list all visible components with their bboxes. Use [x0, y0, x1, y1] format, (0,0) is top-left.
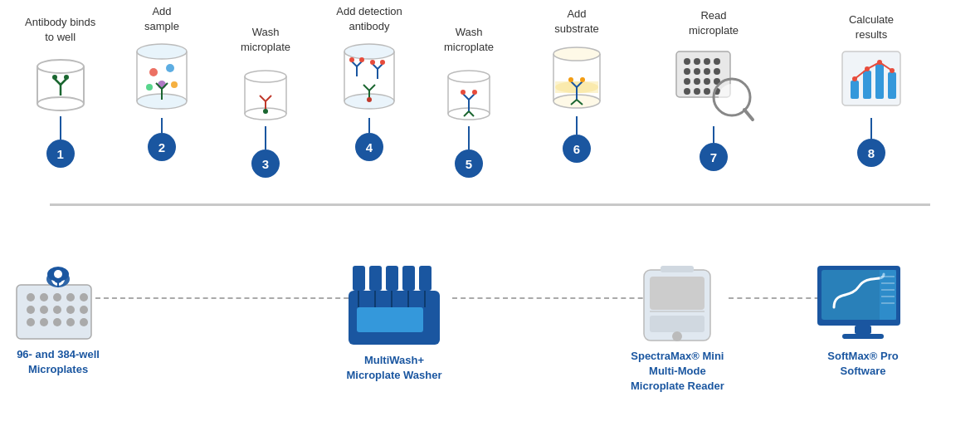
svg-line-34 — [352, 61, 357, 66]
svg-point-9 — [137, 44, 187, 59]
svg-point-37 — [359, 57, 364, 62]
step-6-circle: 6 — [563, 135, 591, 163]
step-2: Addsample 2 — [129, 4, 195, 161]
svg-point-108 — [53, 306, 61, 314]
svg-point-77 — [694, 68, 700, 75]
svg-point-84 — [684, 88, 690, 95]
svg-point-21 — [245, 71, 286, 82]
svg-point-98 — [877, 60, 882, 65]
svg-point-122 — [54, 270, 62, 278]
diagram-container: Antibody bindsto well 1 Addsample — [0, 0, 980, 446]
step-1-icon — [32, 50, 90, 116]
svg-point-97 — [865, 66, 870, 71]
svg-point-89 — [719, 84, 745, 110]
step-5: Washmicroplate 5 — [440, 25, 498, 178]
step-8-icon — [838, 47, 904, 118]
svg-point-55 — [472, 90, 477, 95]
svg-point-42 — [380, 60, 385, 65]
step-3-label: Washmicroplate — [241, 25, 290, 55]
step-1: Antibody bindsto well 1 — [25, 15, 95, 168]
svg-point-80 — [684, 78, 690, 85]
step-3-circle: 3 — [251, 149, 280, 178]
svg-point-72 — [684, 58, 690, 65]
svg-rect-95 — [888, 72, 896, 99]
svg-point-115 — [80, 318, 88, 326]
svg-point-139 — [672, 331, 682, 341]
svg-point-82 — [704, 78, 710, 85]
svg-line-27 — [266, 96, 271, 101]
svg-point-105 — [80, 293, 88, 301]
step-4: Add detectionantibody 4 — [336, 4, 402, 161]
product-microplates: 96- and 384-wellMicroplates — [12, 264, 104, 377]
svg-point-96 — [852, 76, 857, 81]
svg-point-111 — [27, 318, 35, 326]
svg-line-56 — [464, 111, 469, 116]
svg-point-101 — [27, 293, 35, 301]
step-1-circle: 1 — [46, 140, 75, 168]
multiwash-label: MultiWash+Microplate Washer — [346, 353, 441, 383]
multiwash-icon — [344, 262, 444, 353]
svg-rect-151 — [842, 334, 884, 339]
step-2-icon — [129, 39, 195, 118]
step-6: Addsubstrate 6 — [544, 7, 610, 163]
svg-rect-93 — [863, 71, 871, 99]
svg-point-7 — [52, 75, 57, 80]
svg-point-15 — [158, 81, 166, 89]
step-1-label: Antibody bindsto well — [25, 15, 95, 45]
softmax-icon — [813, 262, 913, 349]
svg-point-17 — [171, 81, 178, 88]
svg-rect-130 — [357, 307, 423, 332]
svg-point-78 — [704, 68, 710, 75]
svg-point-41 — [370, 60, 375, 65]
svg-rect-124 — [353, 266, 365, 291]
product-spectramax: SpectraMax® MiniMulti-ModeMicroplate Rea… — [631, 262, 724, 395]
svg-line-35 — [357, 61, 362, 66]
microplates-label: 96- and 384-wellMicroplates — [17, 347, 100, 377]
dashed-line-2 — [452, 297, 660, 299]
svg-rect-144 — [880, 270, 896, 320]
svg-rect-128 — [419, 266, 431, 291]
step-5-icon — [440, 60, 498, 126]
softmax-label: SoftMax® ProSoftware — [827, 349, 898, 379]
svg-point-47 — [448, 71, 490, 82]
step-2-circle: 2 — [148, 133, 176, 161]
step-2-label: Addsample — [144, 4, 179, 34]
step-7: Readmicroplate 7 — [672, 8, 755, 171]
step-4-circle: 4 — [355, 133, 383, 161]
step-7-circle: 7 — [700, 143, 728, 171]
svg-point-112 — [40, 318, 48, 326]
svg-point-28 — [263, 109, 268, 114]
spectramax-label: SpectraMax® MiniMulti-ModeMicroplate Rea… — [631, 349, 724, 395]
svg-rect-125 — [369, 266, 382, 291]
svg-point-114 — [66, 318, 75, 326]
svg-rect-141 — [661, 266, 694, 272]
svg-point-79 — [714, 68, 720, 75]
svg-rect-127 — [402, 266, 415, 291]
svg-rect-150 — [855, 326, 871, 334]
timeline-line — [50, 203, 930, 206]
step-8-circle: 8 — [857, 139, 885, 167]
step-2-connector-up — [161, 118, 163, 133]
svg-point-16 — [146, 84, 153, 91]
svg-rect-92 — [851, 81, 859, 99]
svg-point-109 — [66, 306, 75, 314]
svg-point-36 — [349, 57, 354, 62]
product-multiwash: MultiWash+Microplate Washer — [344, 262, 444, 383]
step-5-circle: 5 — [455, 149, 483, 178]
step-6-label: Addsubstrate — [554, 7, 598, 37]
svg-rect-138 — [650, 316, 705, 332]
svg-point-3 — [37, 97, 84, 110]
svg-point-86 — [704, 88, 710, 95]
svg-point-46 — [367, 97, 372, 102]
step-7-connector-up — [713, 126, 714, 143]
step-7-label: Readmicroplate — [689, 8, 739, 38]
svg-point-14 — [166, 64, 174, 72]
svg-line-57 — [469, 111, 474, 116]
step-4-connector-up — [368, 118, 370, 133]
svg-line-5 — [55, 79, 61, 85]
svg-point-103 — [53, 293, 61, 301]
svg-point-107 — [40, 306, 48, 314]
step-8: Calculateresults 8 — [838, 12, 904, 167]
step-7-icon — [672, 43, 755, 126]
svg-point-102 — [40, 293, 48, 301]
